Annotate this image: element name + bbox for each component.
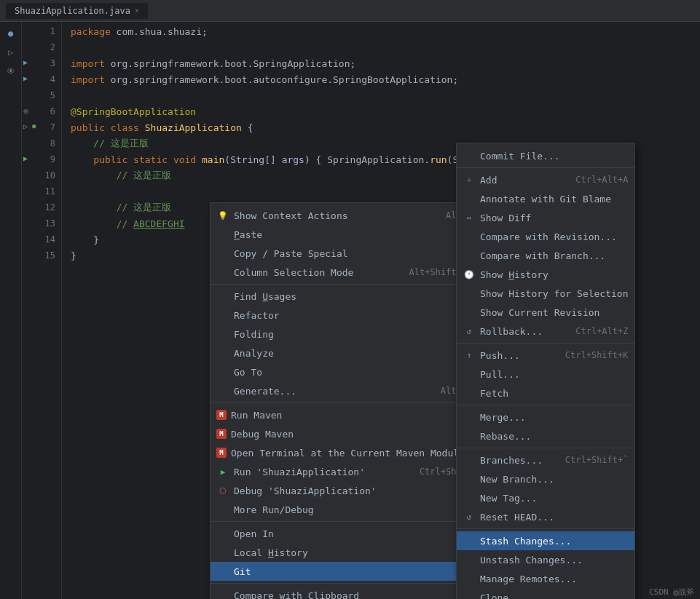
run-shuazi-icon: ▶ [216, 465, 229, 478]
folding-icon [216, 328, 229, 341]
git-show-history-label: Show History [480, 269, 629, 280]
generate-icon [216, 384, 229, 397]
git-commit-file[interactable]: Commit File... [457, 146, 634, 165]
git-show-history-selection-icon [463, 287, 476, 300]
git-annotate[interactable]: Annotate with Git Blame [457, 189, 634, 208]
git-show-history-selection[interactable]: Show History for Selection [457, 284, 634, 303]
gutter-line-14: 14 [22, 231, 61, 247]
paste-icon [216, 228, 229, 241]
gutter-line-7: ▷●7 [22, 119, 61, 135]
git-show-diff-label: Show Diff [480, 213, 629, 223]
git-branches[interactable]: Branches... Ctrl+Shift+` [457, 451, 634, 469]
gutter-line-1: 1 [22, 23, 61, 39]
git-show-current-revision-label: Show Current Revision [480, 307, 629, 318]
column-selection-icon [216, 266, 229, 279]
git-unstash-changes-icon [463, 553, 476, 566]
git-reset-head-icon: ↺ [463, 510, 476, 523]
git-rollback[interactable]: ↺ Rollback... Ctrl+Alt+Z [457, 322, 634, 341]
git-show-diff-icon: ↔ [463, 211, 476, 224]
git-branches-icon [463, 453, 476, 467]
close-tab-button[interactable]: × [135, 7, 139, 15]
gutter-line-15: 15 [22, 247, 61, 263]
left-icons-bar: ● ▷ 👁 [0, 22, 22, 599]
code-line-6: @SpringBootApplication [71, 103, 700, 119]
analyze-icon [216, 346, 229, 360]
git-new-tag-label: New Tag... [480, 493, 629, 504]
compare-clipboard-icon [216, 589, 229, 599]
git-merge[interactable]: Merge... [457, 408, 634, 427]
git-push[interactable]: ↑ Push... Ctrl+Shift+K [457, 346, 634, 365]
git-compare-branch-label: Compare with Branch... [480, 250, 629, 261]
refactor-icon [216, 309, 229, 322]
git-stash-changes[interactable]: Stash Changes... [457, 531, 634, 550]
git-reset-head-label: Reset HEAD... [480, 512, 629, 523]
breakpoint-icon: ● [3, 25, 19, 41]
gutter-line-11: 11 [22, 183, 61, 199]
git-manage-remotes[interactable]: Manage Remotes... [457, 569, 634, 588]
git-pull-label: Pull... [480, 369, 629, 380]
git-compare-revision[interactable]: Compare with Revision... [457, 227, 634, 246]
gutter-line-5: 5 [22, 87, 61, 103]
column-selection-label: Column Selection Mode [234, 267, 394, 278]
git-merge-icon [463, 410, 476, 424]
git-fetch[interactable]: Fetch [457, 384, 634, 402]
more-run-icon [216, 503, 229, 516]
git-show-history[interactable]: 🕐 Show History [457, 265, 634, 284]
git-sep-4 [457, 448, 634, 448]
show-context-actions-icon: 💡 [216, 209, 229, 222]
git-sep-3 [457, 405, 634, 405]
git-new-branch[interactable]: New Branch... [457, 469, 634, 488]
git-rebase-label: Rebase... [480, 431, 629, 442]
open-in-label: Open In [234, 528, 484, 539]
git-new-branch-icon [463, 472, 476, 485]
git-add-shortcut: Ctrl+Alt+A [575, 175, 628, 185]
git-branches-label: Branches... [480, 455, 557, 466]
code-line-1: package com.shua.shuazi; [71, 23, 700, 39]
file-tab[interactable]: ShuaziApplication.java × [6, 3, 148, 19]
gutter-line-12: 12 [22, 199, 61, 215]
git-rollback-shortcut: Ctrl+Alt+Z [575, 326, 628, 336]
git-branches-shortcut: Ctrl+Shift+` [565, 455, 629, 465]
git-new-branch-label: New Branch... [480, 474, 629, 485]
debug-shuazi-icon: ⬡ [216, 484, 229, 497]
goto-label: Go To [234, 367, 484, 378]
git-clone-label: Clone... [480, 592, 629, 600]
gutter-line-2: 2 [22, 39, 61, 55]
gutter-line-9: ▶9 [22, 151, 61, 167]
git-compare-branch-icon [463, 249, 476, 262]
git-compare-branch[interactable]: Compare with Branch... [457, 246, 634, 265]
gutter-line-4: ▶4 [22, 71, 61, 87]
git-reset-head[interactable]: ↺ Reset HEAD... [457, 507, 634, 526]
git-push-icon: ↑ [463, 349, 476, 362]
git-annotate-label: Annotate with Git Blame [480, 194, 629, 205]
git-sep-1 [457, 167, 634, 168]
folding-label: Folding [234, 329, 484, 340]
git-fetch-icon [463, 386, 476, 400]
more-run-label: More Run/Debug [234, 504, 484, 515]
git-fetch-label: Fetch [480, 388, 629, 399]
git-new-tag[interactable]: New Tag... [457, 488, 634, 507]
debug-maven-icon: M [216, 429, 227, 439]
git-pull-icon [463, 368, 476, 381]
find-usages-label: Find Usages [234, 291, 447, 302]
git-rebase[interactable]: Rebase... [457, 427, 634, 445]
code-line-5 [71, 87, 700, 103]
git-label: Git [234, 566, 484, 577]
git-clone[interactable]: Clone... [457, 588, 634, 599]
git-unstash-changes[interactable]: Unstash Changes... [457, 550, 634, 569]
git-show-current-revision[interactable]: Show Current Revision [457, 303, 634, 322]
git-push-label: Push... [480, 350, 557, 361]
git-rollback-label: Rollback... [480, 326, 567, 337]
git-annotate-icon [463, 192, 476, 205]
git-submenu: Commit File... + Add Ctrl+Alt+A Annotate… [456, 143, 635, 599]
show-context-actions-label: Show Context Actions [234, 210, 431, 221]
watch-icon: 👁 [3, 63, 19, 79]
copy-paste-special-label: Copy / Paste Special [234, 248, 484, 259]
git-add[interactable]: + Add Ctrl+Alt+A [457, 170, 634, 189]
git-show-diff[interactable]: ↔ Show Diff [457, 208, 634, 227]
git-show-current-revision-icon [463, 306, 476, 319]
git-unstash-changes-label: Unstash Changes... [480, 555, 629, 566]
gutter-line-6: ⊕6 [22, 103, 61, 119]
code-line-2 [71, 39, 700, 55]
git-pull[interactable]: Pull... [457, 365, 634, 384]
